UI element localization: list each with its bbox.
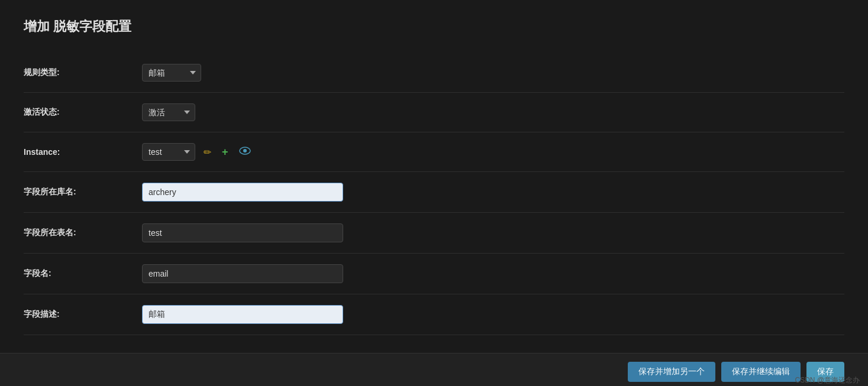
field-desc-label: 字段描述: — [24, 309, 142, 320]
add-instance-button[interactable]: + — [220, 145, 231, 160]
rule-type-select[interactable]: 邮箱 手机号 身份证 姓名 自定义 — [142, 64, 201, 82]
field-desc-input[interactable] — [142, 305, 343, 324]
form-row-active-status: 激活状态: 激活 未激活 — [24, 93, 844, 132]
instance-field: test dev prod ✏ + — [142, 143, 253, 161]
field-desc-field — [142, 305, 343, 324]
rule-type-field: 邮箱 手机号 身份证 姓名 自定义 — [142, 64, 201, 82]
add-icon: + — [222, 146, 228, 158]
field-name-label: 字段名: — [24, 268, 142, 279]
view-instance-button[interactable] — [237, 145, 253, 158]
field-name-field — [142, 264, 343, 283]
watermark: CSDN @意海还念办 — [795, 375, 860, 385]
instance-select[interactable]: test dev prod — [142, 143, 195, 161]
db-name-label: 字段所在库名: — [24, 187, 142, 197]
db-name-input[interactable] — [142, 183, 343, 202]
form-row-instance: Instance: test dev prod ✏ + — [24, 132, 844, 172]
db-name-field — [142, 183, 343, 202]
page-wrapper: 增加 脱敏字段配置 规则类型: 邮箱 手机号 身份证 姓名 自定义 激活状态: — [0, 0, 868, 386]
active-status-select[interactable]: 激活 未激活 — [142, 103, 195, 121]
page-title: 增加 脱敏字段配置 — [24, 18, 844, 35]
main-content: 增加 脱敏字段配置 规则类型: 邮箱 手机号 身份证 姓名 自定义 激活状态: — [0, 0, 868, 353]
form-row-table-name: 字段所在表名: — [24, 213, 844, 254]
save-add-another-button[interactable]: 保存并增加另一个 — [628, 362, 715, 382]
field-name-input[interactable] — [142, 264, 343, 283]
edit-instance-button[interactable]: ✏ — [201, 145, 214, 159]
save-continue-edit-button[interactable]: 保存并继续编辑 — [721, 362, 801, 382]
form-row-field-name: 字段名: — [24, 254, 844, 294]
form-row-field-desc: 字段描述: — [24, 294, 844, 335]
table-name-input[interactable] — [142, 223, 343, 242]
edit-icon: ✏ — [204, 147, 211, 158]
eye-icon — [239, 147, 251, 157]
form-row-rule-type: 规则类型: 邮箱 手机号 身份证 姓名 自定义 — [24, 53, 844, 93]
svg-point-1 — [243, 149, 247, 153]
footer-bar: 保存并增加另一个 保存并继续编辑 保存 — [0, 353, 868, 386]
form-container: 规则类型: 邮箱 手机号 身份证 姓名 自定义 激活状态: 激活 — [24, 53, 844, 335]
rule-type-label: 规则类型: — [24, 67, 142, 78]
form-row-db-name: 字段所在库名: — [24, 172, 844, 213]
active-status-label: 激活状态: — [24, 107, 142, 118]
table-name-label: 字段所在表名: — [24, 228, 142, 238]
instance-label: Instance: — [24, 147, 142, 157]
table-name-field — [142, 223, 343, 242]
active-status-field: 激活 未激活 — [142, 103, 195, 121]
